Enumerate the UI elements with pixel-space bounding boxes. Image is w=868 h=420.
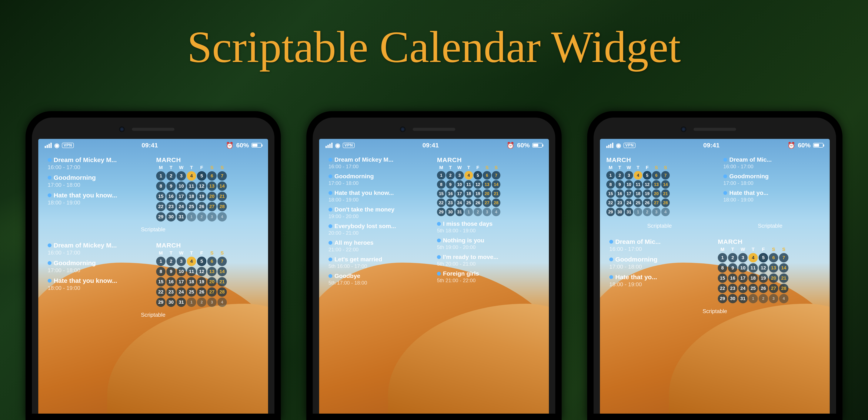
calendar-day[interactable]: 3 [177,257,186,266]
calendar-day[interactable]: 3 [207,298,217,307]
calendar-day[interactable]: 30 [446,208,455,216]
calendar-day[interactable]: 16 [166,192,176,201]
calendar-day[interactable]: 1 [187,298,196,307]
event-item[interactable]: Everybody lost som...20:00 - 21:00 [329,223,431,236]
calendar-day[interactable]: 31 [738,294,748,303]
calendar-day[interactable]: 8 [606,180,615,189]
event-item[interactable]: Dream of Mickey M...16:00 - 17:00 [329,156,431,170]
calendar-day[interactable]: 16 [166,277,176,286]
calendar-day[interactable]: 6 [207,171,217,180]
calendar-day[interactable]: 2 [197,298,206,307]
calendar-day[interactable]: 19 [758,274,768,283]
calendar-day[interactable]: 18 [187,277,196,286]
calendar-day[interactable]: 11 [464,180,473,189]
calendar-day[interactable]: 20 [652,189,660,198]
calendar-day[interactable]: 10 [177,181,186,191]
event-item[interactable]: Hate that you know...18:00 - 19:00 [48,192,150,206]
calendar-day[interactable]: 22 [156,287,165,297]
calendar-day[interactable]: 3 [483,208,491,216]
calendar-day[interactable]: 29 [156,298,165,307]
calendar-day[interactable]: 2 [166,257,176,266]
calendar-day[interactable]: 15 [156,192,165,201]
calendar-day[interactable]: 3 [625,171,633,179]
calendar-day[interactable]: 20 [207,277,217,286]
calendar-day[interactable]: 7 [217,257,227,266]
calendar-day[interactable]: 3 [738,253,748,262]
calendar-day[interactable]: 24 [177,287,186,297]
calendar-day[interactable]: 23 [166,202,176,211]
calendar-day[interactable]: 29 [156,212,165,222]
calendar-day[interactable]: 26 [643,198,651,207]
calendar-day[interactable]: 31 [177,298,186,307]
event-item[interactable]: Goodmorning17:00 - 18:00 [48,259,150,274]
calendar-day[interactable]: 4 [634,171,642,179]
calendar-day[interactable]: 3 [769,294,778,303]
calendar-day[interactable]: 6 [207,257,217,266]
calendar-day[interactable]: 25 [748,284,758,293]
event-item[interactable]: Don't take the money19:00 - 20:00 [329,206,431,219]
calendar-day[interactable]: 20 [769,274,778,283]
calendar-day[interactable]: 12 [643,180,651,189]
calendar-day[interactable]: 13 [652,180,660,189]
calendar-day[interactable]: 11 [748,263,758,273]
calendar-day[interactable]: 21 [217,277,227,286]
widget-medium[interactable]: Dream of Mic...16:00 - 17:00Goodmorning1… [604,235,826,305]
calendar-day[interactable]: 30 [728,294,737,303]
calendar-day[interactable]: 20 [207,192,217,201]
event-item[interactable]: Hate that yo...18:00 - 19:00 [609,274,712,288]
event-item[interactable]: Goodmorning17:00 - 18:00 [609,256,712,270]
event-item[interactable]: Goodmorning17:00 - 18:00 [723,173,823,186]
calendar-day[interactable]: 16 [728,274,737,283]
event-item[interactable]: Goodmorning17:00 - 18:00 [48,174,150,188]
calendar-day[interactable]: 7 [779,253,788,262]
event-item[interactable]: Dream of Mickey M...16:00 - 17:00 [48,156,150,171]
calendar-day[interactable]: 5 [473,171,482,179]
calendar-day[interactable]: 2 [166,171,176,180]
calendar-day[interactable]: 4 [464,171,473,179]
calendar-day[interactable]: 14 [492,180,500,189]
calendar-day[interactable]: 4 [492,208,500,216]
calendar-day[interactable]: 8 [718,263,727,273]
calendar-day[interactable]: 27 [207,202,217,211]
calendar-day[interactable]: 15 [718,274,727,283]
calendar-day[interactable]: 22 [437,198,445,207]
calendar-day[interactable]: 16 [446,189,455,198]
calendar-day[interactable]: 21 [779,274,788,283]
calendar-day[interactable]: 10 [625,180,633,189]
calendar-day[interactable]: 13 [207,181,217,191]
calendar-day[interactable]: 8 [437,180,445,189]
event-item[interactable]: Nothing is you5th 19:00 - 20:00 [437,237,539,250]
calendar-day[interactable]: 17 [625,189,633,198]
calendar-day[interactable]: 14 [661,180,670,189]
calendar-day[interactable]: 11 [187,181,196,191]
calendar-day[interactable]: 14 [217,181,227,191]
calendar-day[interactable]: 28 [779,284,788,293]
calendar-day[interactable]: 2 [616,171,624,179]
calendar-day[interactable]: 27 [207,287,217,297]
calendar-day[interactable]: 1 [156,257,165,266]
calendar-day[interactable]: 18 [634,189,642,198]
calendar-day[interactable]: 25 [634,198,642,207]
calendar-day[interactable]: 25 [187,287,196,297]
calendar-day[interactable]: 3 [455,171,464,179]
calendar-day[interactable]: 9 [166,267,176,276]
calendar-day[interactable]: 5 [643,171,651,179]
calendar-day[interactable]: 1 [187,212,196,222]
calendar-day[interactable]: 6 [769,253,778,262]
calendar-day[interactable]: 2 [728,253,737,262]
event-item[interactable]: Hate that you know...18:00 - 19:00 [329,190,431,203]
calendar-day[interactable]: 3 [177,171,186,180]
calendar-day[interactable]: 17 [177,277,186,286]
calendar-day[interactable]: 31 [177,212,186,222]
calendar-day[interactable]: 17 [738,274,748,283]
calendar-day[interactable]: 11 [187,267,196,276]
calendar-day[interactable]: 29 [437,208,445,216]
calendar-day[interactable]: 3 [207,212,217,222]
calendar-day[interactable]: 4 [217,212,227,222]
calendar-day[interactable]: 4 [187,171,196,180]
calendar-day[interactable]: 1 [748,294,758,303]
calendar-day[interactable]: 17 [455,189,464,198]
calendar-day[interactable]: 16 [616,189,624,198]
calendar-day[interactable]: 15 [606,189,615,198]
calendar-day[interactable]: 4 [661,208,670,216]
